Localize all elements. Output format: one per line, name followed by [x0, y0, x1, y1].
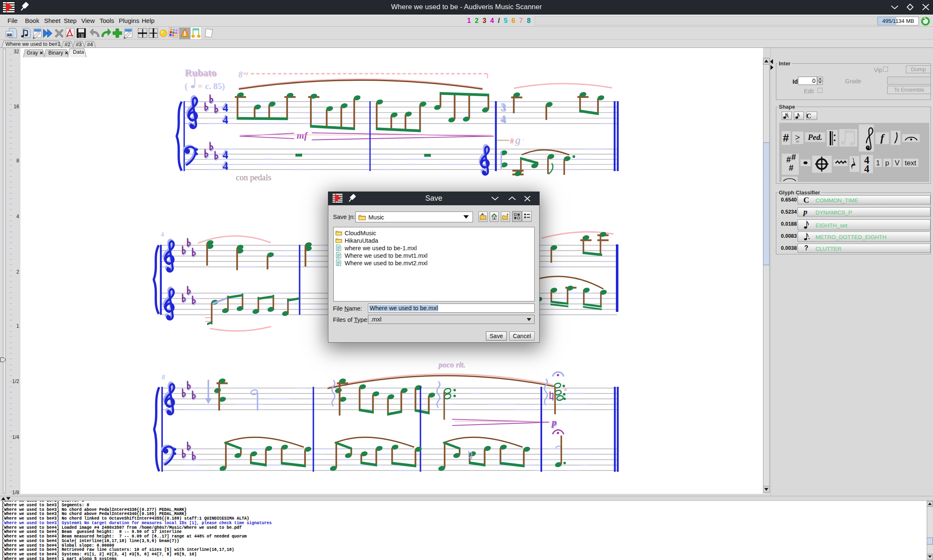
svg-text:#: # [510, 137, 514, 145]
svg-text:=: = [198, 81, 203, 91]
svg-text:3: 3 [501, 102, 507, 114]
svg-text:poco rit.: poco rit. [438, 360, 465, 369]
svg-text:C: C [806, 112, 811, 120]
svg-text:#: # [786, 155, 791, 164]
svg-text:g: g [515, 134, 520, 146]
svg-text:mf: mf [297, 130, 308, 141]
svg-text:(: ( [185, 81, 188, 91]
svg-text:Ped.: Ped. [808, 133, 822, 142]
svg-text:4: 4 [864, 163, 870, 174]
svg-text:con pedals: con pedals [236, 173, 271, 182]
svg-text:8: 8 [162, 373, 165, 381]
svg-text:p: p [885, 159, 889, 167]
svg-text:4: 4 [161, 231, 164, 238]
svg-text:Rubato: Rubato [185, 67, 216, 78]
svg-text:1: 1 [876, 159, 880, 167]
svg-text:4: 4 [223, 160, 228, 172]
svg-text:4: 4 [223, 114, 228, 126]
svg-text:#: # [791, 152, 796, 162]
svg-text:4: 4 [223, 102, 228, 114]
svg-text:V: V [895, 159, 900, 167]
svg-text:p: p [551, 417, 557, 428]
svg-text:#: # [789, 163, 793, 172]
svg-text:4: 4 [501, 114, 507, 126]
svg-text:,: , [523, 135, 524, 141]
svg-text:c. 85): c. 85) [205, 81, 225, 91]
svg-text:8: 8 [238, 70, 243, 79]
svg-text:#: # [783, 132, 789, 144]
svg-text:4: 4 [223, 149, 228, 161]
svg-text:text: text [905, 159, 916, 167]
svg-text:va: va [243, 70, 248, 76]
